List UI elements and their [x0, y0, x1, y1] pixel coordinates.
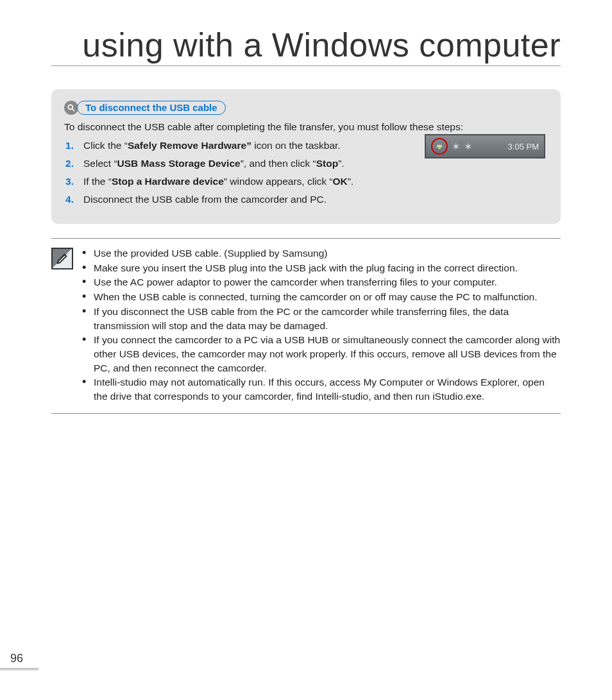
safely-remove-icon	[431, 138, 448, 155]
callout-heading: To disconnect the USB cable	[77, 101, 226, 115]
tray-clock: 3:05 PM	[508, 142, 539, 151]
note-item: Make sure you insert the USB plug into t…	[82, 261, 561, 275]
tray-icon: ✶	[464, 141, 472, 153]
callout-box: To disconnect the USB cable To disconnec…	[51, 89, 561, 224]
page-number: 96	[10, 652, 23, 665]
page-title: using with a Windows computer	[51, 26, 561, 66]
note-item: When the USB cable is connected, turning…	[82, 290, 561, 304]
note-item: If you disconnect the USB cable from the…	[82, 305, 561, 332]
note-icon	[51, 248, 73, 269]
notes-section: Use the provided USB cable. (Supplied by…	[51, 238, 561, 414]
search-icon	[64, 101, 78, 115]
svg-line-1	[72, 109, 75, 112]
svg-point-0	[68, 105, 72, 109]
note-item: Intelli-studio may not automatically run…	[82, 375, 561, 403]
callout-intro: To disconnect the USB cable after comple…	[64, 121, 548, 133]
callout-header: To disconnect the USB cable	[64, 101, 226, 115]
step-item: If the “Stop a Hardware device” window a…	[65, 174, 548, 189]
tray-icon: ✶	[452, 141, 460, 153]
page-number-rule	[0, 668, 38, 670]
svg-rect-2	[438, 148, 441, 149]
note-item: Use the AC power adaptor to power the ca…	[82, 275, 561, 289]
taskbar-screenshot: ✶ ✶ 3:05 PM	[425, 134, 545, 158]
notes-list: Use the provided USB cable. (Supplied by…	[82, 246, 561, 404]
note-item: Use the provided USB cable. (Supplied by…	[82, 246, 561, 260]
step-item: Disconnect the USB cable from the camcor…	[65, 192, 548, 207]
note-item: If you connect the camcorder to a PC via…	[82, 333, 561, 375]
